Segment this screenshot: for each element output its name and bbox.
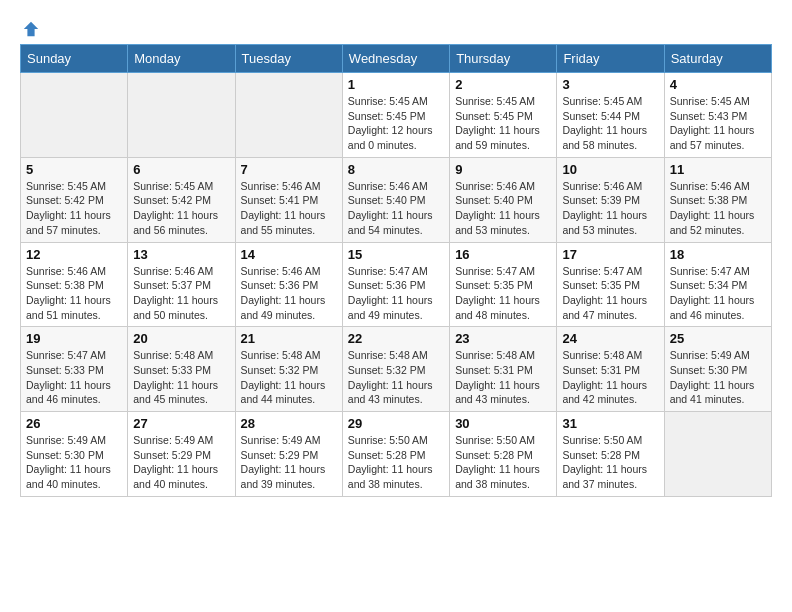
- day-number: 31: [562, 416, 658, 431]
- day-info: Sunrise: 5:49 AM Sunset: 5:29 PM Dayligh…: [241, 433, 337, 492]
- day-info: Sunrise: 5:45 AM Sunset: 5:45 PM Dayligh…: [348, 94, 444, 153]
- day-info: Sunrise: 5:47 AM Sunset: 5:33 PM Dayligh…: [26, 348, 122, 407]
- calendar-cell: 10Sunrise: 5:46 AM Sunset: 5:39 PM Dayli…: [557, 157, 664, 242]
- day-info: Sunrise: 5:46 AM Sunset: 5:41 PM Dayligh…: [241, 179, 337, 238]
- day-number: 27: [133, 416, 229, 431]
- calendar-cell: 31Sunrise: 5:50 AM Sunset: 5:28 PM Dayli…: [557, 412, 664, 497]
- calendar-cell: 18Sunrise: 5:47 AM Sunset: 5:34 PM Dayli…: [664, 242, 771, 327]
- calendar-header-row: SundayMondayTuesdayWednesdayThursdayFrid…: [21, 45, 772, 73]
- svg-marker-0: [24, 22, 38, 36]
- calendar-cell: 25Sunrise: 5:49 AM Sunset: 5:30 PM Dayli…: [664, 327, 771, 412]
- day-info: Sunrise: 5:46 AM Sunset: 5:37 PM Dayligh…: [133, 264, 229, 323]
- day-info: Sunrise: 5:47 AM Sunset: 5:35 PM Dayligh…: [455, 264, 551, 323]
- day-number: 8: [348, 162, 444, 177]
- day-info: Sunrise: 5:46 AM Sunset: 5:38 PM Dayligh…: [26, 264, 122, 323]
- calendar-cell: 27Sunrise: 5:49 AM Sunset: 5:29 PM Dayli…: [128, 412, 235, 497]
- day-info: Sunrise: 5:45 AM Sunset: 5:43 PM Dayligh…: [670, 94, 766, 153]
- day-info: Sunrise: 5:47 AM Sunset: 5:35 PM Dayligh…: [562, 264, 658, 323]
- day-number: 13: [133, 247, 229, 262]
- calendar-cell: 19Sunrise: 5:47 AM Sunset: 5:33 PM Dayli…: [21, 327, 128, 412]
- day-info: Sunrise: 5:49 AM Sunset: 5:30 PM Dayligh…: [670, 348, 766, 407]
- calendar-cell: 1Sunrise: 5:45 AM Sunset: 5:45 PM Daylig…: [342, 73, 449, 158]
- day-number: 5: [26, 162, 122, 177]
- calendar-cell: 7Sunrise: 5:46 AM Sunset: 5:41 PM Daylig…: [235, 157, 342, 242]
- day-info: Sunrise: 5:46 AM Sunset: 5:38 PM Dayligh…: [670, 179, 766, 238]
- day-number: 22: [348, 331, 444, 346]
- calendar-cell: 6Sunrise: 5:45 AM Sunset: 5:42 PM Daylig…: [128, 157, 235, 242]
- day-number: 15: [348, 247, 444, 262]
- day-number: 10: [562, 162, 658, 177]
- day-info: Sunrise: 5:48 AM Sunset: 5:31 PM Dayligh…: [455, 348, 551, 407]
- calendar-cell: 13Sunrise: 5:46 AM Sunset: 5:37 PM Dayli…: [128, 242, 235, 327]
- calendar-cell: 11Sunrise: 5:46 AM Sunset: 5:38 PM Dayli…: [664, 157, 771, 242]
- calendar-cell: 26Sunrise: 5:49 AM Sunset: 5:30 PM Dayli…: [21, 412, 128, 497]
- weekday-header: Thursday: [450, 45, 557, 73]
- calendar-cell: 24Sunrise: 5:48 AM Sunset: 5:31 PM Dayli…: [557, 327, 664, 412]
- day-info: Sunrise: 5:49 AM Sunset: 5:29 PM Dayligh…: [133, 433, 229, 492]
- day-info: Sunrise: 5:45 AM Sunset: 5:42 PM Dayligh…: [26, 179, 122, 238]
- calendar-cell: 20Sunrise: 5:48 AM Sunset: 5:33 PM Dayli…: [128, 327, 235, 412]
- day-number: 30: [455, 416, 551, 431]
- logo: [20, 20, 40, 34]
- calendar-cell: 30Sunrise: 5:50 AM Sunset: 5:28 PM Dayli…: [450, 412, 557, 497]
- day-number: 17: [562, 247, 658, 262]
- calendar-cell: 22Sunrise: 5:48 AM Sunset: 5:32 PM Dayli…: [342, 327, 449, 412]
- day-number: 25: [670, 331, 766, 346]
- calendar-week-row: 26Sunrise: 5:49 AM Sunset: 5:30 PM Dayli…: [21, 412, 772, 497]
- day-number: 16: [455, 247, 551, 262]
- weekday-header: Sunday: [21, 45, 128, 73]
- calendar-cell: 14Sunrise: 5:46 AM Sunset: 5:36 PM Dayli…: [235, 242, 342, 327]
- calendar-week-row: 5Sunrise: 5:45 AM Sunset: 5:42 PM Daylig…: [21, 157, 772, 242]
- day-number: 29: [348, 416, 444, 431]
- weekday-header: Saturday: [664, 45, 771, 73]
- day-info: Sunrise: 5:46 AM Sunset: 5:40 PM Dayligh…: [455, 179, 551, 238]
- day-info: Sunrise: 5:45 AM Sunset: 5:42 PM Dayligh…: [133, 179, 229, 238]
- day-info: Sunrise: 5:45 AM Sunset: 5:45 PM Dayligh…: [455, 94, 551, 153]
- calendar-cell: 28Sunrise: 5:49 AM Sunset: 5:29 PM Dayli…: [235, 412, 342, 497]
- day-info: Sunrise: 5:48 AM Sunset: 5:32 PM Dayligh…: [348, 348, 444, 407]
- calendar-cell: 12Sunrise: 5:46 AM Sunset: 5:38 PM Dayli…: [21, 242, 128, 327]
- calendar-cell: 29Sunrise: 5:50 AM Sunset: 5:28 PM Dayli…: [342, 412, 449, 497]
- day-number: 7: [241, 162, 337, 177]
- calendar-cell: 4Sunrise: 5:45 AM Sunset: 5:43 PM Daylig…: [664, 73, 771, 158]
- day-info: Sunrise: 5:46 AM Sunset: 5:39 PM Dayligh…: [562, 179, 658, 238]
- calendar-cell: [128, 73, 235, 158]
- calendar-week-row: 1Sunrise: 5:45 AM Sunset: 5:45 PM Daylig…: [21, 73, 772, 158]
- day-number: 28: [241, 416, 337, 431]
- day-info: Sunrise: 5:48 AM Sunset: 5:33 PM Dayligh…: [133, 348, 229, 407]
- day-info: Sunrise: 5:50 AM Sunset: 5:28 PM Dayligh…: [562, 433, 658, 492]
- calendar-cell: [21, 73, 128, 158]
- calendar-cell: 15Sunrise: 5:47 AM Sunset: 5:36 PM Dayli…: [342, 242, 449, 327]
- day-number: 19: [26, 331, 122, 346]
- weekday-header: Monday: [128, 45, 235, 73]
- calendar-week-row: 19Sunrise: 5:47 AM Sunset: 5:33 PM Dayli…: [21, 327, 772, 412]
- calendar-cell: [664, 412, 771, 497]
- calendar-week-row: 12Sunrise: 5:46 AM Sunset: 5:38 PM Dayli…: [21, 242, 772, 327]
- calendar-table: SundayMondayTuesdayWednesdayThursdayFrid…: [20, 44, 772, 497]
- day-number: 9: [455, 162, 551, 177]
- day-info: Sunrise: 5:47 AM Sunset: 5:36 PM Dayligh…: [348, 264, 444, 323]
- calendar-cell: 16Sunrise: 5:47 AM Sunset: 5:35 PM Dayli…: [450, 242, 557, 327]
- day-number: 12: [26, 247, 122, 262]
- day-number: 6: [133, 162, 229, 177]
- calendar-cell: 5Sunrise: 5:45 AM Sunset: 5:42 PM Daylig…: [21, 157, 128, 242]
- day-number: 26: [26, 416, 122, 431]
- day-number: 3: [562, 77, 658, 92]
- calendar-cell: 3Sunrise: 5:45 AM Sunset: 5:44 PM Daylig…: [557, 73, 664, 158]
- day-number: 24: [562, 331, 658, 346]
- day-info: Sunrise: 5:50 AM Sunset: 5:28 PM Dayligh…: [348, 433, 444, 492]
- page-header: [20, 20, 772, 34]
- day-info: Sunrise: 5:45 AM Sunset: 5:44 PM Dayligh…: [562, 94, 658, 153]
- calendar-cell: 17Sunrise: 5:47 AM Sunset: 5:35 PM Dayli…: [557, 242, 664, 327]
- calendar-cell: 23Sunrise: 5:48 AM Sunset: 5:31 PM Dayli…: [450, 327, 557, 412]
- day-info: Sunrise: 5:46 AM Sunset: 5:40 PM Dayligh…: [348, 179, 444, 238]
- weekday-header: Tuesday: [235, 45, 342, 73]
- day-number: 20: [133, 331, 229, 346]
- calendar-cell: 2Sunrise: 5:45 AM Sunset: 5:45 PM Daylig…: [450, 73, 557, 158]
- day-info: Sunrise: 5:50 AM Sunset: 5:28 PM Dayligh…: [455, 433, 551, 492]
- day-number: 1: [348, 77, 444, 92]
- calendar-cell: [235, 73, 342, 158]
- day-number: 4: [670, 77, 766, 92]
- day-number: 21: [241, 331, 337, 346]
- day-info: Sunrise: 5:48 AM Sunset: 5:31 PM Dayligh…: [562, 348, 658, 407]
